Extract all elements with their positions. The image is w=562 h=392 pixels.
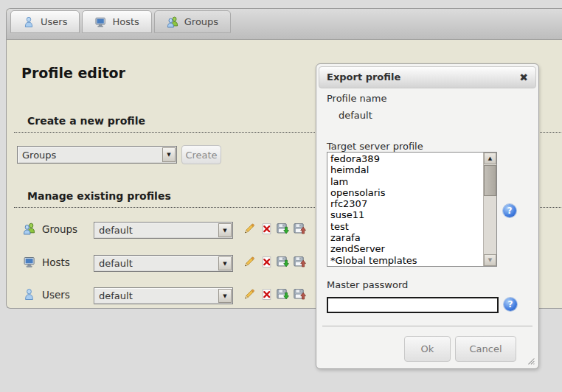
list-option[interactable]: lam <box>327 176 484 187</box>
master-password-label: Master password <box>327 279 408 290</box>
export-profile-icon[interactable] <box>277 256 289 268</box>
tab-users-label: Users <box>41 16 67 27</box>
profile-type-select-value: Groups <box>18 150 162 161</box>
target-server-profile-listbox[interactable]: fedora389 heimdal lam opensolaris rfc230… <box>327 152 497 267</box>
host-icon <box>94 16 106 28</box>
dialog-title: Export profile <box>327 67 400 88</box>
list-option[interactable]: *Global templates <box>327 255 484 266</box>
ok-button[interactable]: Ok <box>404 336 451 362</box>
page-title: Profile editor <box>21 65 125 81</box>
target-server-profile-label: Target server profile <box>327 141 423 152</box>
scroll-down-icon[interactable]: ▼ <box>484 254 496 266</box>
import-profile-icon[interactable] <box>294 223 306 235</box>
host-icon <box>23 256 35 270</box>
row-label: Users <box>42 287 70 303</box>
create-button[interactable]: Create <box>181 145 221 164</box>
list-option[interactable]: opensolaris <box>327 187 484 198</box>
dialog-divider <box>322 326 532 326</box>
user-icon <box>23 16 35 28</box>
tab-users[interactable]: Users <box>10 10 80 33</box>
row-label: Groups <box>42 221 77 237</box>
hosts-profile-select[interactable]: default ▼ <box>94 255 233 272</box>
groups-profile-select-value: default <box>94 225 218 236</box>
dialog-titlebar[interactable]: Export profile ✖ <box>319 66 536 88</box>
list-option[interactable]: heimdal <box>327 164 484 175</box>
list-option[interactable]: zarafa <box>327 232 484 243</box>
master-password-input[interactable] <box>327 297 499 313</box>
resize-handle-icon[interactable] <box>526 356 536 366</box>
help-icon[interactable]: ? <box>503 204 516 217</box>
manage-row-hosts: Hosts default ▼ <box>7 254 324 270</box>
delete-profile-icon[interactable] <box>260 256 273 268</box>
delete-profile-icon[interactable] <box>260 223 273 235</box>
cancel-button[interactable]: Cancel <box>455 336 516 362</box>
import-profile-icon[interactable] <box>294 288 306 301</box>
chevron-down-icon: ▼ <box>218 289 232 303</box>
users-profile-select[interactable]: default ▼ <box>94 287 233 304</box>
user-icon <box>23 288 35 303</box>
tab-bar: Users Hosts Groups <box>7 9 562 40</box>
profile-name-label: Profile name <box>327 93 386 104</box>
delete-profile-icon[interactable] <box>260 288 273 301</box>
edit-profile-icon[interactable] <box>243 256 255 268</box>
export-profile-dialog: Export profile ✖ Profile name default Ta… <box>316 63 539 369</box>
manage-row-users: Users default ▼ <box>7 287 324 303</box>
export-profile-icon[interactable] <box>277 288 289 301</box>
scroll-up-icon[interactable]: ▲ <box>484 153 496 164</box>
listbox-scrollbar[interactable]: ▲ ▼ <box>483 153 496 266</box>
close-icon[interactable]: ✖ <box>516 70 531 85</box>
list-option[interactable]: zendServer <box>327 243 484 254</box>
profile-type-select[interactable]: Groups ▼ <box>17 146 177 164</box>
tab-hosts[interactable]: Hosts <box>82 10 151 33</box>
list-option[interactable]: rfc2307 <box>327 198 484 209</box>
export-profile-icon[interactable] <box>277 223 289 235</box>
users-profile-select-value: default <box>94 290 218 301</box>
tab-list: Users Hosts Groups <box>10 10 231 33</box>
help-icon[interactable]: ? <box>504 298 517 311</box>
listbox-items: fedora389 heimdal lam opensolaris rfc230… <box>327 153 484 266</box>
list-option[interactable]: test <box>327 221 484 232</box>
group-icon <box>167 16 178 28</box>
tab-groups-label: Groups <box>184 16 218 27</box>
profile-name-value: default <box>339 110 372 121</box>
hosts-profile-select-value: default <box>94 258 218 269</box>
scrollbar-thumb[interactable] <box>484 165 496 196</box>
group-icon <box>23 223 35 237</box>
chevron-down-icon: ▼ <box>162 147 176 162</box>
groups-profile-select[interactable]: default ▼ <box>94 222 233 239</box>
manage-row-groups: Groups default ▼ <box>7 221 324 237</box>
edit-profile-icon[interactable] <box>243 223 255 235</box>
edit-profile-icon[interactable] <box>243 288 255 301</box>
chevron-down-icon: ▼ <box>218 223 232 237</box>
tab-groups[interactable]: Groups <box>154 10 231 33</box>
list-option[interactable]: suse11 <box>327 209 484 220</box>
list-option[interactable]: fedora389 <box>327 153 484 164</box>
tab-hosts-label: Hosts <box>112 16 139 27</box>
import-profile-icon[interactable] <box>294 256 306 268</box>
row-label: Hosts <box>42 254 70 270</box>
chevron-down-icon: ▼ <box>218 256 232 270</box>
